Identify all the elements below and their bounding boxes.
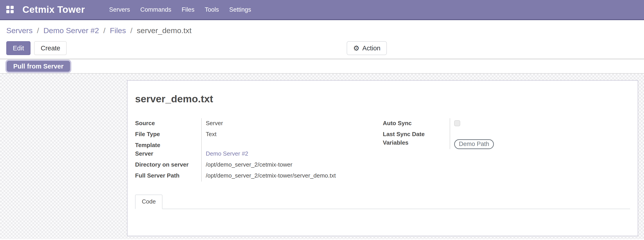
variable-tag-demo-path[interactable]: Demo Path bbox=[454, 139, 494, 149]
field-row-last-sync: Last Sync Date bbox=[383, 129, 630, 138]
auto-sync-checkbox[interactable] bbox=[454, 120, 460, 126]
field-row-auto-sync: Auto Sync bbox=[383, 118, 630, 129]
form-sheet: server_demo.txt Source Server File Type … bbox=[127, 80, 638, 236]
field-value-directory: /opt/demo_server_2/cetmix-tower bbox=[202, 160, 368, 171]
pull-from-server-button[interactable]: Pull from Server bbox=[7, 61, 70, 72]
gear-icon: ⚙ bbox=[353, 45, 360, 52]
server-link[interactable]: Demo Server #2 bbox=[206, 150, 248, 157]
apps-menu-icon[interactable] bbox=[6, 6, 14, 13]
field-row-directory: Directory on server /opt/demo_server_2/c… bbox=[135, 160, 368, 171]
control-panel: Servers / Demo Server #2 / Files / serve… bbox=[0, 20, 644, 59]
notebook-tabs: Code bbox=[135, 195, 630, 209]
field-group-left: Source Server File Type Text Template Se… bbox=[135, 118, 368, 182]
main-menu: Servers Commands Files Tools Settings bbox=[109, 6, 251, 13]
menu-item-tools[interactable]: Tools bbox=[205, 6, 219, 13]
field-label-auto-sync: Auto Sync bbox=[383, 118, 450, 129]
action-button-label: Action bbox=[362, 45, 380, 52]
menu-item-settings[interactable]: Settings bbox=[229, 6, 251, 13]
tab-code[interactable]: Code bbox=[135, 195, 162, 209]
breadcrumb-servers[interactable]: Servers bbox=[6, 26, 32, 35]
form-background: server_demo.txt Source Server File Type … bbox=[0, 74, 644, 239]
action-button[interactable]: ⚙ Action bbox=[347, 41, 387, 55]
top-navbar: Cetmix Tower Servers Commands Files Tool… bbox=[0, 0, 644, 20]
field-value-file-type: Text bbox=[202, 129, 368, 140]
edit-button[interactable]: Edit bbox=[6, 41, 30, 55]
field-label-template: Template bbox=[135, 140, 202, 149]
field-value-full-path: /opt/demo_server_2/cetmix-tower/server_d… bbox=[202, 171, 368, 182]
field-label-file-type: File Type bbox=[135, 129, 202, 140]
field-label-directory: Directory on server bbox=[135, 160, 202, 171]
breadcrumb-separator: / bbox=[37, 26, 39, 35]
create-button[interactable]: Create bbox=[34, 41, 67, 55]
tab-code-content bbox=[128, 209, 638, 231]
breadcrumb-current: server_demo.txt bbox=[137, 26, 192, 35]
field-row-template: Template bbox=[135, 140, 368, 149]
field-label-last-sync: Last Sync Date bbox=[383, 129, 450, 138]
field-value-template bbox=[202, 140, 368, 149]
field-label-source: Source bbox=[135, 118, 202, 129]
field-row-source: Source Server bbox=[135, 118, 368, 129]
field-row-file-type: File Type Text bbox=[135, 129, 368, 140]
app-brand[interactable]: Cetmix Tower bbox=[22, 4, 85, 15]
field-group-right: Auto Sync Last Sync Date Variables Demo … bbox=[383, 118, 630, 182]
menu-item-commands[interactable]: Commands bbox=[140, 6, 171, 13]
field-value-last-sync bbox=[450, 129, 630, 138]
field-groups: Source Server File Type Text Template Se… bbox=[135, 118, 630, 182]
breadcrumb-separator: / bbox=[104, 26, 106, 35]
menu-item-files[interactable]: Files bbox=[182, 6, 194, 13]
menu-item-servers[interactable]: Servers bbox=[109, 6, 130, 13]
field-label-server: Server bbox=[135, 149, 202, 160]
breadcrumb-files[interactable]: Files bbox=[110, 26, 126, 35]
field-label-full-path: Full Server Path bbox=[135, 171, 202, 182]
button-row: Edit Create ⚙ Action bbox=[6, 41, 644, 55]
statusbar: Pull from Server bbox=[0, 59, 644, 74]
field-row-variables: Variables Demo Path bbox=[383, 138, 630, 149]
record-title: server_demo.txt bbox=[135, 93, 630, 105]
field-row-server: Server Demo Server #2 bbox=[135, 149, 368, 160]
breadcrumb-separator: / bbox=[130, 26, 132, 35]
field-label-variables: Variables bbox=[383, 138, 450, 149]
field-value-source: Server bbox=[202, 118, 368, 129]
field-row-full-path: Full Server Path /opt/demo_server_2/cetm… bbox=[135, 171, 368, 182]
breadcrumb: Servers / Demo Server #2 / Files / serve… bbox=[6, 25, 644, 35]
breadcrumb-demo-server[interactable]: Demo Server #2 bbox=[44, 26, 99, 35]
